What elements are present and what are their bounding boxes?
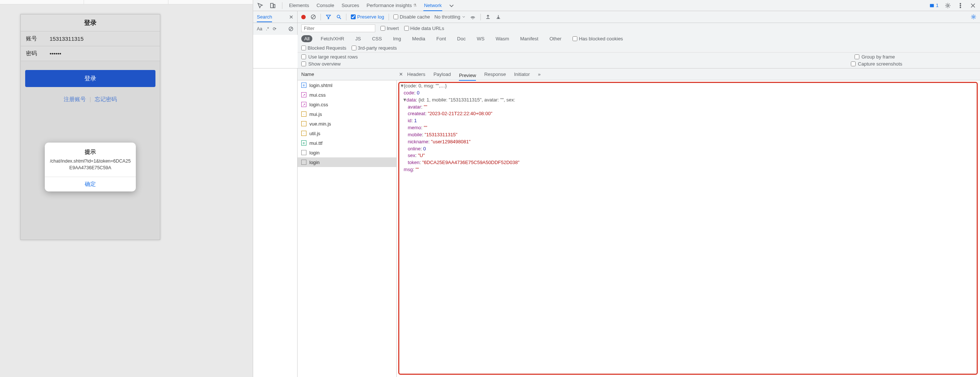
hide-data-urls-checkbox[interactable]: Hide data URLs: [404, 26, 444, 31]
chip-media[interactable]: Media: [409, 35, 428, 42]
thirdparty-checkbox[interactable]: 3rd-party requests: [352, 45, 397, 51]
blocked-requests-checkbox[interactable]: Blocked Requests: [301, 45, 347, 51]
request-row[interactable]: ·util.js: [298, 128, 396, 138]
request-row[interactable]: ·mui.js: [298, 109, 396, 119]
chip-doc[interactable]: Doc: [454, 35, 469, 42]
clear-search-icon[interactable]: [288, 26, 293, 32]
request-row[interactable]: ↗login.css: [298, 100, 396, 109]
svg-rect-2: [930, 4, 934, 7]
device-toolbar-icon[interactable]: [269, 2, 276, 9]
login-button[interactable]: 登录: [25, 70, 156, 87]
value-nickname: "user1298498081": [431, 139, 471, 144]
regex-toggle[interactable]: .*: [266, 26, 269, 32]
chip-manifest[interactable]: Manifest: [517, 35, 541, 42]
modal-ok-button[interactable]: 确定: [45, 177, 136, 192]
search-drawer-tab: Search ✕: [253, 11, 298, 22]
close-detail-icon[interactable]: ✕: [397, 72, 405, 77]
css-file-icon: ↗: [301, 102, 306, 107]
request-list[interactable]: ≡login.shtml↗mui.css↗login.css·mui.js·vu…: [298, 80, 397, 377]
chip-wasm[interactable]: Wasm: [493, 35, 512, 42]
close-search-icon[interactable]: ✕: [289, 14, 293, 20]
kebab-menu-icon[interactable]: [957, 2, 964, 9]
register-link[interactable]: 注册账号: [64, 96, 86, 103]
request-row[interactable]: ≡login.shtml: [298, 80, 396, 90]
value-msg: "": [415, 167, 419, 172]
chip-fetchxhr[interactable]: Fetch/XHR: [318, 35, 347, 42]
svg-point-4: [960, 3, 961, 4]
value-token: "6DCA25E9AA4736E75C59A50DDF52D038": [422, 160, 520, 165]
inspect-icon[interactable]: [257, 2, 264, 9]
chip-ws[interactable]: WS: [474, 35, 487, 42]
detail-tab-initiator[interactable]: Initiator: [514, 70, 530, 79]
phone-frame: 登录 账号 密码 登录 注册账号 | 忘记密码 提示 /chat/index.s…: [21, 14, 160, 240]
export-har-icon[interactable]: [496, 14, 501, 20]
js-file-icon: ·: [301, 131, 306, 136]
request-row[interactable]: login: [298, 157, 396, 167]
group-by-frame-checkbox[interactable]: Group by frame: [854, 54, 895, 60]
more-detail-tabs-icon[interactable]: »: [538, 72, 541, 77]
mobile-preview-pane: 登录 账号 密码 登录 注册账号 | 忘记密码 提示 /chat/index.s…: [0, 0, 253, 377]
import-har-icon[interactable]: [485, 14, 491, 20]
tab-elements[interactable]: Elements: [288, 0, 310, 11]
chip-all[interactable]: All: [301, 35, 312, 42]
caret-down-icon[interactable]: ▼: [400, 83, 404, 89]
data-summary: {id: 1, mobile: "15313311315", avatar: "…: [418, 97, 515, 102]
match-case-toggle[interactable]: Aa: [257, 26, 262, 32]
issues-chip[interactable]: 1: [929, 3, 939, 8]
value-mobile: "15313311315": [425, 132, 457, 137]
account-input[interactable]: [49, 35, 155, 42]
svg-point-3: [947, 5, 949, 6]
filter-input[interactable]: [301, 24, 375, 32]
network-conditions-icon[interactable]: [470, 14, 476, 20]
chip-js[interactable]: JS: [352, 35, 364, 42]
password-input[interactable]: [49, 50, 155, 57]
search-tab-label[interactable]: Search: [257, 14, 272, 22]
request-row[interactable]: login: [298, 148, 396, 157]
blocked-cookies-checkbox[interactable]: Has blocked cookies: [573, 36, 623, 42]
network-settings-icon[interactable]: [970, 14, 976, 20]
filter-icon[interactable]: [325, 14, 331, 20]
name-column-header[interactable]: Name: [298, 72, 397, 77]
chip-other[interactable]: Other: [547, 35, 565, 42]
search-icon[interactable]: [336, 14, 342, 20]
disable-cache-checkbox[interactable]: Disable cache: [393, 14, 430, 20]
request-row[interactable]: ≡mui.ttf: [298, 138, 396, 148]
caret-down-icon[interactable]: ▼: [402, 97, 406, 104]
detail-tab-headers[interactable]: Headers: [407, 70, 425, 79]
detail-tab-response[interactable]: Response: [484, 70, 506, 79]
preview-pane[interactable]: ▼{code: 0, msg: "",…} code: 0 ▼data: {id…: [397, 80, 980, 377]
request-row[interactable]: ↗mui.css: [298, 90, 396, 100]
chip-img[interactable]: Img: [390, 35, 404, 42]
screenshots-checkbox[interactable]: Capture screenshots: [851, 61, 902, 67]
record-icon[interactable]: [301, 15, 306, 19]
invert-checkbox[interactable]: Invert: [380, 26, 399, 31]
show-overview-checkbox[interactable]: Show overview: [301, 61, 340, 67]
clear-icon[interactable]: [310, 14, 316, 20]
refresh-icon[interactable]: ⟳: [273, 26, 277, 32]
search-options: Aa .* ⟳: [253, 23, 298, 35]
tab-network[interactable]: Network: [423, 0, 442, 11]
preserve-log-checkbox[interactable]: Preserve log: [351, 14, 384, 20]
forgot-password-link[interactable]: 忘记密码: [95, 96, 117, 103]
request-row[interactable]: ·vue.min.js: [298, 119, 396, 128]
request-name: mui.js: [309, 112, 322, 117]
throttling-select[interactable]: No throttling: [434, 14, 466, 20]
close-devtools-icon[interactable]: [970, 2, 976, 9]
tab-console[interactable]: Console: [316, 0, 335, 11]
detail-tab-payload[interactable]: Payload: [433, 70, 451, 79]
more-tabs-icon[interactable]: [448, 2, 455, 9]
chip-css[interactable]: CSS: [369, 35, 385, 42]
tab-performance-insights[interactable]: Performance insights⚗: [366, 0, 417, 11]
detail-tab-preview[interactable]: Preview: [459, 71, 476, 81]
chip-font[interactable]: Font: [433, 35, 449, 42]
js-file-icon: ·: [301, 112, 306, 117]
svg-rect-0: [270, 3, 273, 8]
alert-modal: 提示 /chat/index.shtml?id=1&token=6DCA25E9…: [45, 142, 136, 192]
large-rows-checkbox[interactable]: Use large request rows: [301, 54, 358, 60]
doc-file-icon: ≡: [301, 83, 306, 88]
separator: [388, 14, 389, 20]
settings-icon[interactable]: [945, 2, 951, 9]
tab-sources[interactable]: Sources: [341, 0, 360, 11]
svg-point-8: [337, 15, 340, 18]
network-main: Name ✕ Headers Payload Preview Response …: [298, 69, 980, 377]
